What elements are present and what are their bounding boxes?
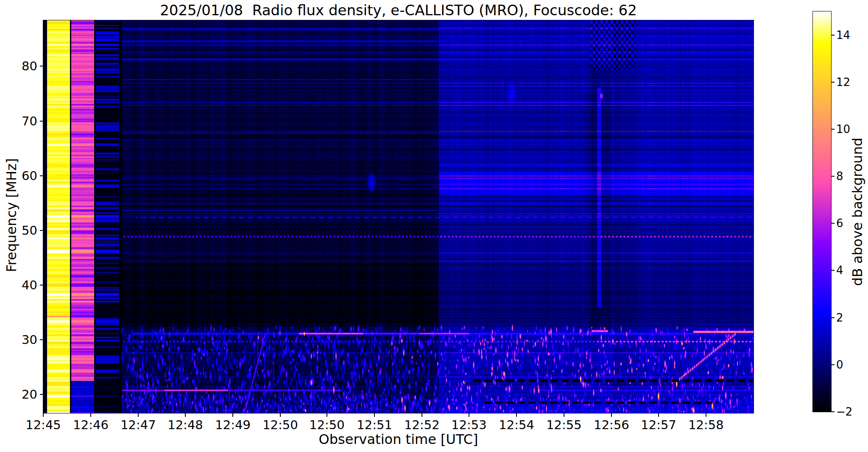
x-tick-label: 12:57	[641, 418, 676, 432]
colorbar-tick-mark	[832, 129, 835, 130]
colorbar-tick-label: 4	[836, 264, 843, 277]
colorbar-canvas	[813, 11, 831, 412]
colorbar-tick-mark	[832, 176, 835, 177]
colorbar-tick-label: 0	[836, 358, 843, 371]
colorbar-tick-mark	[832, 317, 835, 318]
x-tick-label: 12:48	[167, 418, 203, 432]
x-tick-label: 12:50	[309, 418, 345, 432]
colorbar-tick-label: 6	[836, 217, 843, 230]
x-axis-label: Observation time [UTC]	[43, 431, 754, 447]
colorbar-tick-mark	[832, 270, 835, 271]
x-tick-mark	[90, 413, 91, 417]
x-tick-mark	[232, 413, 233, 417]
y-tick-mark	[40, 394, 43, 395]
y-tick-mark	[40, 230, 43, 231]
colorbar-tick-label: 2	[836, 311, 843, 324]
x-tick-label: 12:50	[262, 418, 298, 432]
x-tick-mark	[706, 413, 706, 417]
colorbar	[813, 11, 831, 412]
x-tick-mark	[138, 413, 139, 417]
y-tick-mark	[40, 175, 43, 176]
colorbar-label: dB above background	[849, 138, 865, 286]
x-tick-mark	[280, 413, 281, 417]
y-tick-mark	[40, 66, 43, 67]
x-tick-mark	[469, 413, 469, 417]
x-tick-mark	[43, 413, 44, 417]
x-tick-label: 12:55	[546, 418, 582, 432]
figure: 2025/01/08 Radio flux density, e-CALLIST…	[0, 0, 868, 452]
y-tick-label: 80	[0, 59, 37, 73]
x-tick-mark	[374, 413, 375, 417]
x-tick-label: 12:53	[451, 418, 487, 432]
x-tick-label: 12:56	[594, 418, 629, 432]
chart-title: 2025/01/08 Radio flux density, e-CALLIST…	[43, 2, 754, 19]
x-tick-label: 12:49	[215, 418, 251, 432]
colorbar-tick-label: −2	[836, 405, 852, 418]
x-tick-mark	[421, 413, 422, 417]
y-tick-mark	[40, 121, 43, 122]
colorbar-tick-label: 10	[836, 123, 850, 136]
y-tick-mark	[40, 285, 43, 286]
x-tick-label: 12:45	[25, 418, 61, 432]
colorbar-tick-mark	[832, 82, 835, 83]
colorbar-tick-label: 12	[836, 76, 850, 89]
colorbar-tick-label: 14	[836, 29, 850, 42]
y-tick-label: 30	[0, 333, 37, 347]
y-tick-label: 70	[0, 114, 37, 128]
y-tick-label: 50	[0, 223, 37, 238]
colorbar-tick-mark	[832, 364, 835, 365]
x-tick-mark	[611, 413, 612, 417]
x-tick-mark	[564, 413, 564, 417]
y-tick-label: 60	[0, 169, 37, 183]
colorbar-tick-mark	[832, 223, 835, 224]
spectrogram-canvas	[43, 20, 754, 413]
x-tick-label: 12:47	[120, 418, 156, 432]
x-tick-mark	[327, 413, 327, 417]
x-tick-mark	[516, 413, 517, 417]
x-tick-label: 12:54	[499, 418, 534, 432]
colorbar-tick-mark	[832, 411, 835, 412]
y-tick-label: 20	[0, 387, 37, 402]
colorbar-tick-mark	[832, 35, 835, 36]
y-tick-label: 40	[0, 278, 37, 292]
x-tick-mark	[185, 413, 186, 417]
x-tick-label: 12:46	[73, 418, 109, 432]
x-tick-mark	[658, 413, 659, 417]
y-tick-mark	[40, 339, 43, 340]
x-tick-label: 12:51	[357, 418, 392, 432]
colorbar-tick-label: 8	[836, 170, 843, 183]
x-tick-label: 12:52	[404, 418, 440, 432]
x-tick-label: 12:58	[688, 418, 724, 432]
spectrogram-plot	[43, 20, 754, 413]
